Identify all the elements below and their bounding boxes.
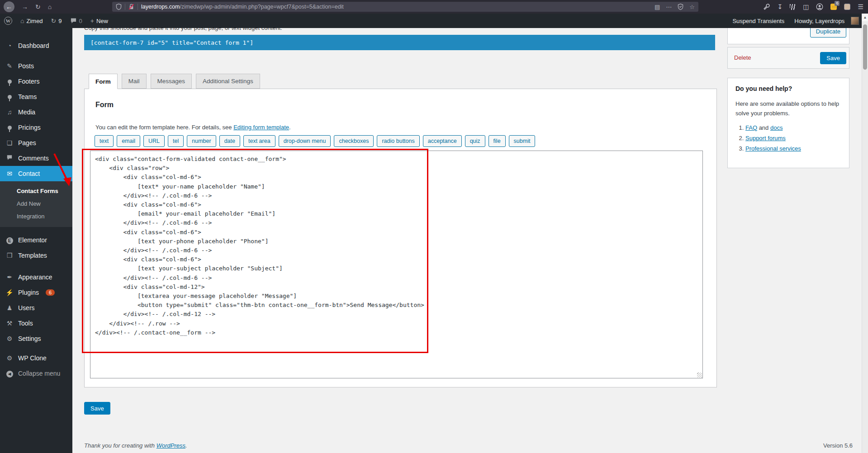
sidebar-item-label: WP Clone: [18, 354, 47, 362]
wordpress-logo-icon: W: [4, 17, 12, 25]
sidebar-item-templates[interactable]: ❒Templates: [0, 248, 72, 263]
download-icon[interactable]: ↧: [777, 3, 783, 10]
sidebar-item-label: Collapse menu: [18, 370, 60, 377]
gear-icon: ⚙: [5, 354, 14, 362]
home-icon[interactable]: ⌂: [48, 3, 52, 10]
sidebar-item-elementor[interactable]: EElementor: [0, 232, 72, 248]
sidebar-item-appearance[interactable]: ✒Appearance: [0, 269, 72, 285]
forward-icon[interactable]: →: [22, 3, 28, 10]
extension-avatar-icon[interactable]: [844, 4, 850, 10]
sidebar-toggle-icon[interactable]: ◫: [803, 3, 809, 10]
tag-button-email[interactable]: email: [117, 135, 140, 147]
sidebar-item-footers[interactable]: Footers: [0, 74, 72, 89]
shortcode-field[interactable]: [contact-form-7 id="5" title="Contact fo…: [84, 35, 715, 50]
sidebar-item-contact[interactable]: ✉Contact: [0, 166, 72, 181]
site-name-menu[interactable]: ⌂Zimed: [16, 14, 47, 28]
bookmark-star-icon[interactable]: ☆: [689, 4, 695, 10]
tag-button-url[interactable]: URL: [143, 135, 165, 147]
sidebar-item-settings[interactable]: ⚙Settings: [0, 331, 72, 346]
tag-button-text[interactable]: text: [95, 135, 114, 147]
form-template-textarea[interactable]: <div class="contact-form-validated conta…: [90, 151, 703, 378]
sidebar-item-label: Media: [18, 109, 35, 116]
shortcode-hint-clipped: Copy this shortcode and paste it into yo…: [84, 28, 536, 33]
pin-icon: [5, 93, 14, 100]
back-icon[interactable]: ←: [4, 1, 14, 12]
editing-form-template-link[interactable]: Editing form template: [233, 124, 289, 131]
sidebar-item-add-new[interactable]: Add New: [0, 197, 72, 210]
tab-messages[interactable]: Messages: [151, 74, 192, 89]
elementor-icon: E: [5, 236, 14, 244]
sidebar-item-media[interactable]: ♫Media: [0, 104, 72, 120]
page-actions-icon[interactable]: ⋯: [666, 4, 672, 10]
menu-icon[interactable]: ☰: [858, 3, 863, 10]
updates-menu[interactable]: ↻9: [47, 14, 66, 28]
collapse-arrow-icon: ◀: [5, 369, 14, 378]
new-content-menu[interactable]: +New: [86, 14, 112, 28]
lock-slash-icon[interactable]: [128, 4, 134, 10]
address-bar[interactable]: layerdrops.com/zimedwp/wp-admin/admin.ph…: [112, 2, 698, 12]
extension-icon[interactable]: ⋯6: [830, 4, 837, 10]
comment-count: 0: [79, 18, 82, 24]
tag-button-drop-down-menu[interactable]: drop-down menu: [279, 135, 331, 147]
help-text: Here are some available options to help …: [735, 99, 841, 118]
save-button[interactable]: Save: [84, 402, 110, 415]
tag-button-text-area[interactable]: text area: [243, 135, 275, 147]
sidebar-item-collapse-menu[interactable]: ◀Collapse menu: [0, 366, 72, 381]
help-item-faq: FAQ and docs: [745, 124, 841, 131]
scrollbar-thumb[interactable]: [863, 24, 867, 70]
scrollbar-up-arrow[interactable]: ▲: [862, 14, 868, 21]
professional-services-link[interactable]: Professional services: [745, 145, 801, 152]
comments-menu[interactable]: 0: [66, 14, 86, 28]
sidebar-save-button[interactable]: Save: [820, 52, 846, 64]
sidebar-item-label: Footers: [18, 78, 39, 85]
tag-button-file[interactable]: file: [489, 135, 506, 147]
faq-link[interactable]: FAQ: [745, 124, 757, 131]
suspend-transients-menu[interactable]: Suspend Transients: [732, 18, 784, 24]
docs-link[interactable]: docs: [770, 124, 783, 131]
sidebar-item-integration[interactable]: Integration: [0, 210, 72, 222]
my-account-menu[interactable]: Howdy, Layerdrops: [794, 14, 859, 28]
sidebar-item-plugins[interactable]: ⚡Plugins6: [0, 285, 72, 300]
url-text[interactable]: layerdrops.com/zimedwp/wp-admin/admin.ph…: [141, 4, 651, 10]
library-icon[interactable]: [790, 4, 796, 10]
contact-submenu: Contact Forms Add New Integration: [0, 181, 72, 227]
sidebar-item-pages[interactable]: ❏Pages: [0, 135, 72, 151]
sidebar-item-tools[interactable]: ⚒Tools: [0, 316, 72, 331]
delete-link[interactable]: Delete: [734, 54, 751, 61]
wp-logo-menu[interactable]: W: [0, 14, 16, 28]
tab-label: Form: [95, 78, 111, 85]
tag-button-quiz[interactable]: quiz: [465, 135, 485, 147]
tab-mail[interactable]: Mail: [122, 74, 147, 89]
wordpress-link[interactable]: WordPress: [157, 442, 185, 449]
tag-button-acceptance[interactable]: acceptance: [423, 135, 462, 147]
sidebar-item-wp-clone[interactable]: ⚙WP Clone: [0, 350, 72, 366]
form-panel: Form You can edit the form template here…: [84, 89, 717, 387]
tag-button-number[interactable]: number: [187, 135, 216, 147]
tag-button-date[interactable]: date: [219, 135, 240, 147]
sidebar-item-posts[interactable]: ✎Posts: [0, 58, 72, 74]
reload-icon[interactable]: ↻: [35, 3, 41, 10]
reader-mode-icon[interactable]: ▤: [655, 4, 660, 10]
shield-icon[interactable]: [116, 4, 122, 10]
sidebar-item-teams[interactable]: Teams: [0, 89, 72, 104]
help-title: Do you need help?: [735, 85, 841, 92]
protection-shield-icon[interactable]: [678, 4, 683, 10]
sidebar-item-dashboard[interactable]: ◔Dashboard: [0, 38, 72, 53]
page-scrollbar[interactable]: ▲: [862, 14, 868, 453]
sidebar-item-pricings[interactable]: Pricings: [0, 120, 72, 135]
sidebar-item-users[interactable]: ♟Users: [0, 300, 72, 316]
sidebar-item-comments[interactable]: Comments: [0, 151, 72, 166]
tag-button-tel[interactable]: tel: [168, 135, 184, 147]
updates-icon: ↻: [51, 17, 57, 24]
sidebar-item-contact-forms[interactable]: Contact Forms: [0, 184, 72, 197]
tab-form[interactable]: Form: [89, 74, 118, 89]
tag-button-submit[interactable]: submit: [509, 135, 536, 147]
wordpress-admin-screen: ← → ↻ ⌂ layerdrops.com/zimedwp/wp-admin/…: [0, 0, 868, 453]
tag-button-checkboxes[interactable]: checkboxes: [334, 135, 374, 147]
account-icon[interactable]: [816, 3, 823, 10]
tab-additional-settings[interactable]: Additional Settings: [196, 74, 260, 89]
wrench-icon[interactable]: [763, 4, 770, 10]
support-forums-link[interactable]: Support forums: [745, 135, 786, 142]
tag-button-radio-buttons[interactable]: radio buttons: [377, 135, 419, 147]
sidebar-item-label: Templates: [18, 252, 47, 259]
